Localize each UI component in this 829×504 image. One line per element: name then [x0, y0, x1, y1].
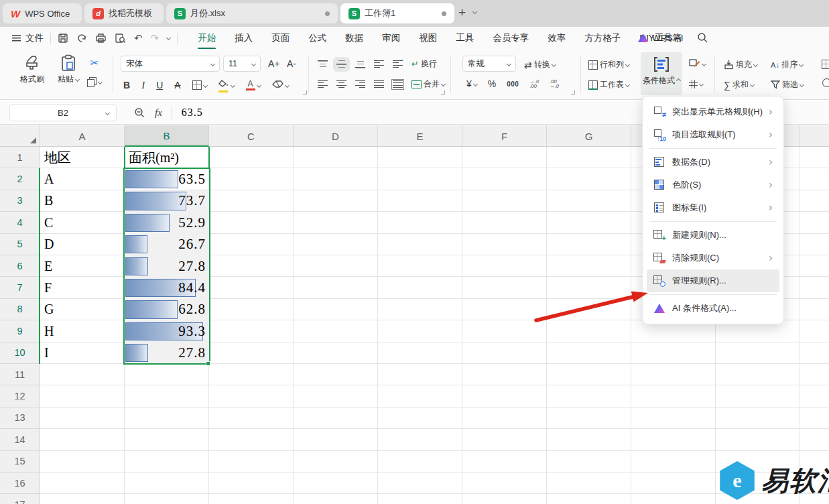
ribbon-tab-插入[interactable]: 插入: [225, 27, 262, 49]
rows-columns-button[interactable]: 行和列: [588, 59, 629, 70]
increase-decimal-button[interactable]: .00→.0: [550, 79, 559, 88]
menu-item-新建规则(N)...[interactable]: +新建规则(N)...: [647, 224, 779, 247]
italic-button[interactable]: I: [141, 80, 145, 91]
clipped-toolbar-icon[interactable]: [822, 60, 829, 69]
row-header-14[interactable]: 14: [0, 429, 40, 450]
clipped-toolbar-icon[interactable]: [822, 78, 829, 87]
borders-button[interactable]: [192, 80, 207, 90]
menu-item-管理规则(R)...[interactable]: 管理规则(R)...: [647, 269, 779, 292]
menu-item-色阶(S)[interactable]: 色阶(S)›: [647, 174, 779, 196]
cell-A6[interactable]: E: [44, 255, 52, 277]
cell-style-button[interactable]: [689, 80, 703, 88]
new-tab-button[interactable]: +: [458, 5, 466, 20]
paste-button[interactable]: 粘贴: [51, 54, 86, 85]
col-header-C[interactable]: C: [209, 125, 294, 147]
align-right-button[interactable]: [355, 80, 365, 88]
tab-list-chevron-icon[interactable]: [472, 9, 477, 14]
file-menu-button[interactable]: 文件: [25, 32, 44, 44]
tab-wps-office[interactable]: W WPS Office: [3, 3, 82, 23]
cell-A1[interactable]: 地区: [44, 147, 71, 168]
print-icon[interactable]: [95, 33, 107, 44]
row-header-5[interactable]: 5: [0, 234, 40, 255]
format-painter-button[interactable]: 格式刷: [15, 54, 50, 85]
percent-button[interactable]: %: [488, 78, 496, 89]
cell-A2[interactable]: A: [44, 168, 54, 190]
convert-button[interactable]: ⇄ 转换: [524, 59, 556, 70]
align-top-button[interactable]: [318, 60, 328, 68]
worksheet-button[interactable]: 工作表: [588, 79, 629, 90]
row-header-6[interactable]: 6: [0, 255, 40, 277]
merge-cells-button[interactable]: 合并: [411, 78, 445, 90]
ribbon-tab-数据[interactable]: 数据: [336, 27, 373, 49]
decrease-indent-button[interactable]: ←: [374, 60, 384, 68]
col-header-A[interactable]: A: [40, 125, 125, 147]
tab-docer-templates[interactable]: d 找稻壳模板: [84, 3, 164, 23]
row-header-3[interactable]: 3: [0, 190, 40, 212]
row-header-10[interactable]: 10: [0, 342, 40, 364]
cell-A9[interactable]: H: [44, 320, 54, 342]
menu-item-突出显示单元格规则(H)[interactable]: ≠突出显示单元格规则(H)›: [647, 101, 779, 123]
font-size-select[interactable]: 11: [223, 56, 261, 72]
font-color-button[interactable]: A: [246, 80, 261, 90]
fill-handle[interactable]: [206, 361, 210, 366]
fill-button[interactable]: 填充: [724, 59, 757, 70]
cut-button[interactable]: ✂: [90, 57, 99, 69]
save-icon[interactable]: [58, 33, 68, 44]
ribbon-tab-视图[interactable]: 视图: [409, 27, 446, 49]
row-header-4[interactable]: 4: [0, 212, 40, 233]
align-left-button[interactable]: [318, 80, 328, 88]
row-header-12[interactable]: 12: [0, 385, 40, 407]
ribbon-tab-会员专享[interactable]: 会员专享: [483, 27, 538, 49]
row-header-8[interactable]: 8: [0, 299, 40, 320]
redo-icon[interactable]: ↷: [151, 32, 160, 44]
col-header-D[interactable]: D: [294, 125, 378, 147]
search-icon[interactable]: [697, 32, 708, 44]
ribbon-tab-方方格子[interactable]: 方方格子: [575, 27, 630, 49]
decrease-decimal-button[interactable]: ←.0.00: [529, 79, 539, 88]
row-header-16[interactable]: 16: [0, 472, 40, 494]
menu-item-AI 条件格式(A)...[interactable]: AI 条件格式(A)...: [647, 297, 779, 320]
menu-item-项目选取规则(T)[interactable]: ↑10项目选取规则(T)›: [647, 123, 779, 146]
name-box[interactable]: B2: [9, 104, 117, 121]
row-header-11[interactable]: 11: [0, 364, 40, 385]
row-header-7[interactable]: 7: [0, 277, 40, 298]
thousands-separator-button[interactable]: 000: [507, 80, 519, 88]
currency-button[interactable]: ¥: [466, 78, 477, 89]
strikethrough-button[interactable]: A: [174, 80, 180, 90]
bold-button[interactable]: B: [123, 80, 130, 90]
filter-button[interactable]: 筛选: [771, 79, 804, 90]
export-pdf-icon[interactable]: [76, 33, 87, 44]
cell-A4[interactable]: C: [44, 212, 53, 233]
cell-A10[interactable]: I: [44, 342, 49, 364]
row-header-1[interactable]: 1: [0, 147, 40, 168]
align-bottom-button[interactable]: [355, 60, 365, 68]
group-expand-icon[interactable]: [571, 90, 575, 94]
row-header-9[interactable]: 9: [0, 320, 40, 342]
row-header-13[interactable]: 13: [0, 407, 40, 429]
clear-format-button[interactable]: [272, 79, 289, 91]
ribbon-tab-工具[interactable]: 工具: [446, 27, 483, 49]
menu-item-图标集(I)[interactable]: 图标集(I)›: [647, 196, 779, 219]
cell-A3[interactable]: B: [44, 190, 53, 212]
row-header-2[interactable]: 2: [0, 168, 40, 190]
cell-A8[interactable]: G: [44, 299, 54, 320]
ribbon-tab-开始[interactable]: 开始: [188, 27, 225, 49]
increase-font-button[interactable]: A+: [268, 58, 280, 69]
tab-month-xlsx[interactable]: S 月份.xlsx: [166, 3, 338, 23]
row-header-17[interactable]: 17: [0, 494, 40, 504]
copy-button[interactable]: [87, 77, 102, 87]
formula-input[interactable]: 63.5: [182, 107, 203, 119]
sort-button[interactable]: A↓ 排序: [771, 59, 803, 70]
wps-ai-button[interactable]: WPS AI: [638, 33, 684, 43]
ribbon-tab-审阅[interactable]: 审阅: [373, 27, 409, 49]
undo-icon[interactable]: ↶: [134, 32, 143, 44]
ribbon-tab-效率[interactable]: 效率: [538, 27, 575, 49]
group-expand-icon[interactable]: [303, 90, 307, 94]
underline-button[interactable]: U: [156, 80, 163, 90]
number-format-select[interactable]: 常规: [462, 56, 516, 72]
fill-color-button[interactable]: [218, 78, 235, 92]
ribbon-tab-公式[interactable]: 公式: [299, 27, 336, 49]
hamburger-icon[interactable]: [12, 35, 21, 42]
print-preview-icon[interactable]: [115, 33, 126, 44]
conditional-format-button[interactable]: 条件格式: [641, 52, 682, 95]
